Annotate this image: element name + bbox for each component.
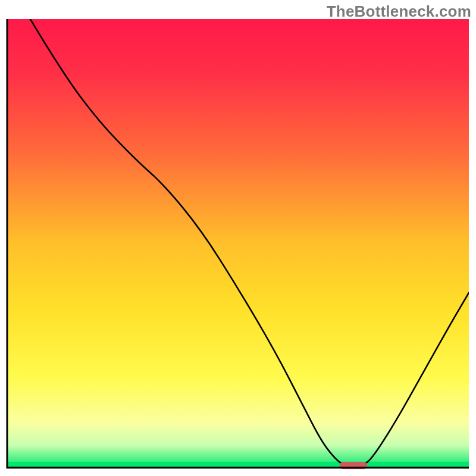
plot-area [7,19,469,469]
bottleneck-chart [0,0,476,476]
watermark-text: TheBottleneck.com [327,2,471,21]
chart-frame: TheBottleneck.com [0,0,476,476]
gradient-background [7,19,469,468]
